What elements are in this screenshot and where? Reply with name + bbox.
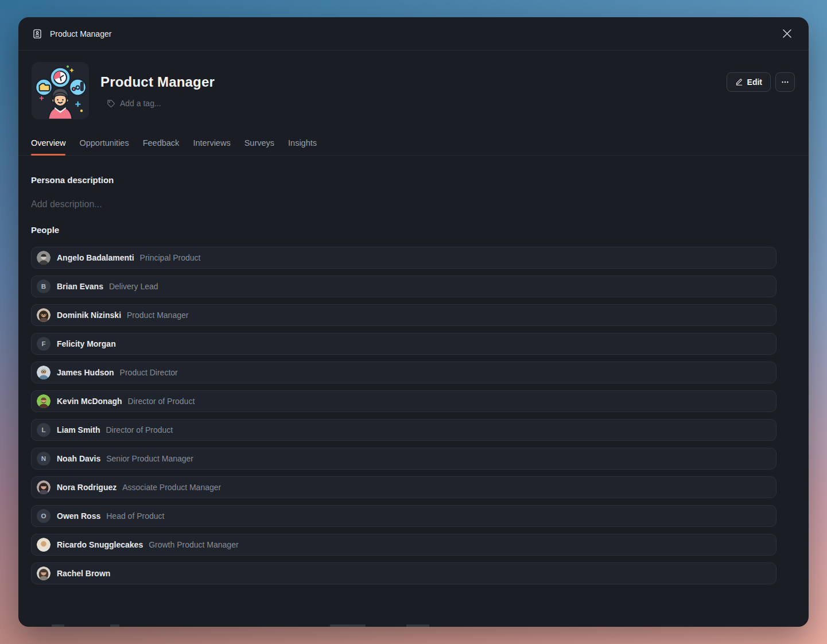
person-name: Felicity Morgan <box>57 339 116 348</box>
person-name: Rachel Brown <box>57 569 110 578</box>
person-role: Director of Product <box>128 397 195 406</box>
tab-surveys[interactable]: Surveys <box>244 135 274 155</box>
persona-description-heading: Persona description <box>31 175 776 185</box>
add-tag-button[interactable]: Add a tag... <box>107 99 215 108</box>
avatar: B <box>37 280 51 293</box>
avatar <box>37 251 51 265</box>
tab-feedback[interactable]: Feedback <box>143 135 180 155</box>
person-name: Ricardo Snugglecakes <box>57 540 143 549</box>
person-role: Growth Product Manager <box>149 540 238 549</box>
hero-actions: Edit <box>727 72 795 119</box>
pencil-icon <box>735 78 743 86</box>
edit-button-label: Edit <box>747 77 762 87</box>
list-item[interactable]: LLiam SmithDirector of Product <box>31 419 776 441</box>
person-name: Nora Rodriguez <box>57 483 117 492</box>
more-actions-button[interactable] <box>775 72 795 92</box>
tab-overview[interactable]: Overview <box>31 135 65 155</box>
person-role: Delivery Lead <box>109 282 158 291</box>
add-tag-label: Add a tag... <box>120 99 161 108</box>
person-name: Noah Davis <box>57 454 100 463</box>
person-name: James Hudson <box>57 368 114 377</box>
list-item[interactable]: Ricardo SnugglecakesGrowth Product Manag… <box>31 534 776 556</box>
people-list: Angelo BadalamentiPrincipal ProductBBria… <box>31 247 776 584</box>
page-title: Product Manager <box>100 74 215 90</box>
person-name: Dominik Nizinski <box>57 311 121 320</box>
list-item[interactable]: Nora RodriguezAssociate Product Manager <box>31 476 776 498</box>
list-item[interactable]: Dominik NizinskiProduct Manager <box>31 304 776 326</box>
person-role: Head of Product <box>106 511 164 521</box>
avatar <box>37 394 51 408</box>
avatar: N <box>37 452 51 465</box>
clipped-content <box>18 624 809 627</box>
person-role: Principal Product <box>140 253 201 262</box>
list-item[interactable]: James HudsonProduct Director <box>31 362 776 383</box>
tab-opportunities[interactable]: Opportunities <box>79 135 129 155</box>
description-input[interactable]: Add description... <box>31 199 776 210</box>
persona-illustration <box>32 62 89 119</box>
avatar: F <box>37 337 51 351</box>
people-heading: People <box>31 225 776 235</box>
person-name: Angelo Badalamenti <box>57 253 134 262</box>
modal-title: Product Manager <box>50 29 111 38</box>
avatar: L <box>37 423 51 437</box>
person-role: Director of Product <box>106 425 173 434</box>
edit-button[interactable]: Edit <box>727 72 771 92</box>
list-item[interactable]: BBrian EvansDelivery Lead <box>31 276 776 297</box>
person-role: Senior Product Manager <box>106 454 193 463</box>
avatar <box>37 480 51 494</box>
list-item[interactable]: Angelo BadalamentiPrincipal Product <box>31 247 776 269</box>
person-name: Liam Smith <box>57 425 100 434</box>
avatar: O <box>37 509 51 523</box>
modal-header: Product Manager <box>18 17 809 51</box>
person-role: Associate Product Manager <box>122 483 221 492</box>
page-background: { "colors": { "accent": "#e2654a" }, "he… <box>0 0 827 644</box>
list-item[interactable]: Rachel Brown <box>31 562 776 584</box>
list-item[interactable]: FFelicity Morgan <box>31 333 776 355</box>
avatar <box>37 308 51 322</box>
persona-modal: Product Manager <box>18 17 809 627</box>
avatar <box>37 567 51 580</box>
tab-interviews[interactable]: Interviews <box>193 135 230 155</box>
persona-card-icon <box>32 29 42 39</box>
list-item[interactable]: Kevin McDonaghDirector of Product <box>31 390 776 412</box>
list-item[interactable]: OOwen RossHead of Product <box>31 505 776 527</box>
person-name: Kevin McDonagh <box>57 397 122 406</box>
avatar <box>37 538 51 552</box>
overview-panel: Persona description Add description... P… <box>18 156 809 584</box>
person-name: Owen Ross <box>57 511 100 521</box>
tag-icon <box>107 99 115 108</box>
person-name: Brian Evans <box>57 282 103 291</box>
ellipsis-icon <box>781 78 789 86</box>
close-icon <box>782 29 792 38</box>
close-button[interactable] <box>779 26 795 42</box>
list-item[interactable]: NNoah DavisSenior Product Manager <box>31 448 776 470</box>
person-role: Product Manager <box>127 311 188 320</box>
hero-main: Product Manager Add a tag... <box>100 62 215 119</box>
tab-insights[interactable]: Insights <box>288 135 317 155</box>
tab-bar: OverviewOpportunitiesFeedbackInterviewsS… <box>18 135 809 156</box>
person-role: Product Director <box>120 368 178 377</box>
avatar <box>37 366 51 379</box>
persona-hero: Product Manager Add a tag... Edit <box>18 51 809 119</box>
